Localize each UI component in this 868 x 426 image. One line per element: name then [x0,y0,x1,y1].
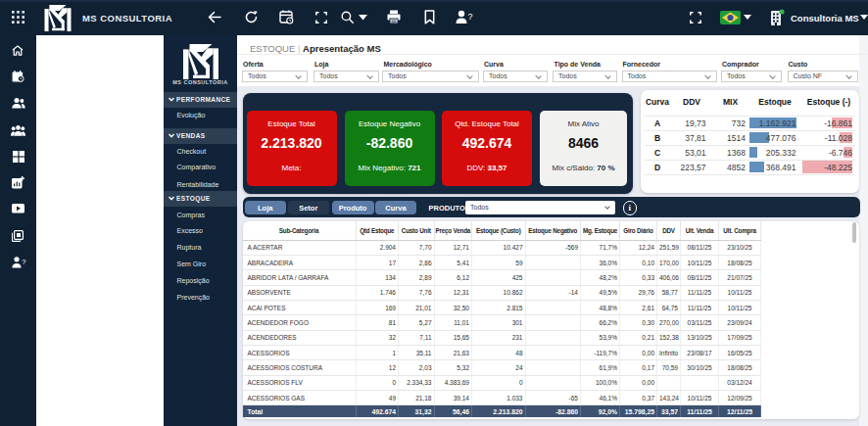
svg-text:?: ? [22,258,25,266]
